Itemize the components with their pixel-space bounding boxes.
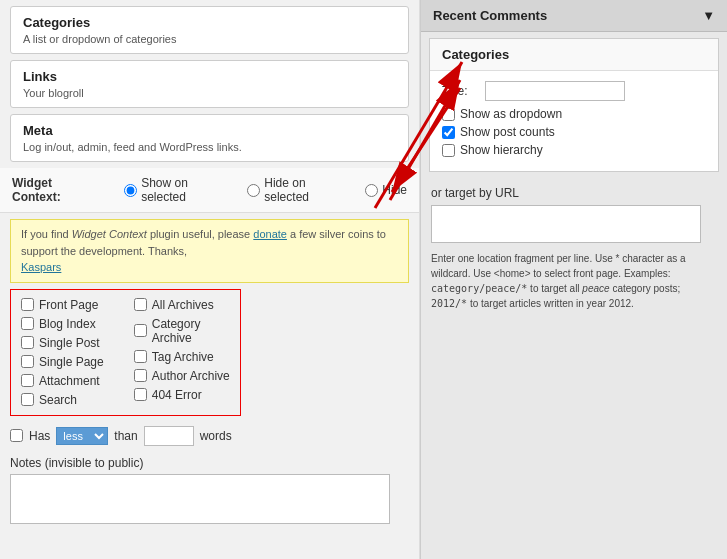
cb-attachment-input[interactable] <box>21 374 34 387</box>
words-label: words <box>200 429 232 443</box>
url-target-section: or target by URL Enter one location frag… <box>421 178 727 319</box>
url-target-textarea[interactable] <box>431 205 701 243</box>
show-hierarchy-checkbox[interactable] <box>442 144 455 157</box>
cb-tag-archive[interactable]: Tag Archive <box>134 350 230 364</box>
checkbox-col-2: All Archives CategoryArchive Tag Archive… <box>134 298 230 407</box>
checkbox-col-1: Front Page Blog Index Single Post Single… <box>21 298 104 407</box>
widget-meta-desc: Log in/out, admin, feed and WordPress li… <box>23 141 396 153</box>
categories-widget-title: Categories <box>442 47 509 62</box>
radio-hide-selected-input[interactable] <box>247 184 260 197</box>
cb-category-archive-label: CategoryArchive <box>152 317 201 345</box>
cb-single-page[interactable]: Single Page <box>21 355 104 369</box>
cb-all-archives[interactable]: All Archives <box>134 298 230 312</box>
left-panel: Categories A list or dropdown of categor… <box>0 0 420 559</box>
show-post-counts-label: Show post counts <box>460 125 555 139</box>
cb-category-archive[interactable]: CategoryArchive <box>134 317 230 345</box>
donate-banner: If you find Widget Context plugin useful… <box>10 219 409 283</box>
cb-404-error-label: 404 Error <box>152 388 202 402</box>
cb-blog-index-label: Blog Index <box>39 317 96 331</box>
has-label: Has <box>29 429 50 443</box>
cb-single-page-label: Single Page <box>39 355 104 369</box>
less-more-select[interactable]: less more <box>56 427 108 445</box>
show-post-counts-checkbox[interactable] <box>442 126 455 139</box>
title-field-label: Title: <box>442 84 477 98</box>
radio-hide-selected-label: Hide on selected <box>264 176 349 204</box>
widget-context-label: Widget Context: <box>12 176 100 204</box>
widget-categories[interactable]: Categories A list or dropdown of categor… <box>10 6 409 54</box>
cb-blog-index-input[interactable] <box>21 317 34 330</box>
notes-label: Notes (invisible to public) <box>10 456 409 470</box>
cb-front-page-input[interactable] <box>21 298 34 311</box>
cb-blog-index[interactable]: Blog Index <box>21 317 104 331</box>
cb-attachment[interactable]: Attachment <box>21 374 104 388</box>
cb-single-post[interactable]: Single Post <box>21 336 104 350</box>
title-field-row: Title: <box>442 81 706 101</box>
right-panel: Recent Comments ▼ Categories Title: Show… <box>420 0 727 559</box>
show-as-dropdown-field[interactable]: Show as dropdown <box>442 107 706 121</box>
widget-meta-title: Meta <box>23 123 396 138</box>
show-hierarchy-field[interactable]: Show hierarchy <box>442 143 706 157</box>
donate-text: If you find Widget Context plugin useful… <box>21 228 386 257</box>
categories-widget-panel: Categories Title: Show as dropdown Show … <box>429 38 719 172</box>
radio-hide-input[interactable] <box>365 184 378 197</box>
categories-widget-header: Categories <box>430 39 718 71</box>
cb-search-label: Search <box>39 393 77 407</box>
cb-tag-archive-label: Tag Archive <box>152 350 214 364</box>
has-words-checkbox[interactable] <box>10 429 23 442</box>
than-label: than <box>114 429 137 443</box>
show-as-dropdown-label: Show as dropdown <box>460 107 562 121</box>
checkboxes-section: Front Page Blog Index Single Post Single… <box>10 289 409 416</box>
cb-all-archives-label: All Archives <box>152 298 214 312</box>
widget-meta[interactable]: Meta Log in/out, admin, feed and WordPre… <box>10 114 409 162</box>
radio-hide-label: Hide <box>382 183 407 197</box>
has-words-row: Has less more than words <box>0 420 419 452</box>
cb-single-page-input[interactable] <box>21 355 34 368</box>
cb-front-page-label: Front Page <box>39 298 98 312</box>
cb-author-archive-label: Author Archive <box>152 369 230 383</box>
recent-comments-header: Recent Comments ▼ <box>421 0 727 32</box>
url-help-text: Enter one location fragment per line. Us… <box>431 251 717 311</box>
cb-author-archive[interactable]: Author Archive <box>134 369 230 383</box>
radio-hide[interactable]: Hide <box>365 183 407 197</box>
cb-attachment-label: Attachment <box>39 374 100 388</box>
widget-categories-title: Categories <box>23 15 396 30</box>
radio-show-selected[interactable]: Show on selected <box>124 176 231 204</box>
cb-404-error[interactable]: 404 Error <box>134 388 230 402</box>
widget-links-title: Links <box>23 69 396 84</box>
cb-author-archive-input[interactable] <box>134 369 147 382</box>
word-count-input[interactable] <box>144 426 194 446</box>
radio-hide-selected[interactable]: Hide on selected <box>247 176 349 204</box>
categories-widget-body: Title: Show as dropdown Show post counts… <box>430 71 718 171</box>
show-post-counts-field[interactable]: Show post counts <box>442 125 706 139</box>
recent-comments-title: Recent Comments <box>433 8 547 23</box>
collapse-icon[interactable]: ▼ <box>702 8 715 23</box>
widget-categories-desc: A list or dropdown of categories <box>23 33 396 45</box>
cb-single-post-input[interactable] <box>21 336 34 349</box>
cb-single-post-label: Single Post <box>39 336 100 350</box>
notes-section: Notes (invisible to public) <box>0 452 419 533</box>
cb-tag-archive-input[interactable] <box>134 350 147 363</box>
cb-404-error-input[interactable] <box>134 388 147 401</box>
cb-search[interactable]: Search <box>21 393 104 407</box>
notes-textarea[interactable] <box>10 474 390 524</box>
show-hierarchy-label: Show hierarchy <box>460 143 543 157</box>
url-target-label: or target by URL <box>431 186 717 200</box>
widget-links-desc: Your blogroll <box>23 87 396 99</box>
widget-links[interactable]: Links Your blogroll <box>10 60 409 108</box>
cb-category-archive-input[interactable] <box>134 324 147 337</box>
cb-front-page[interactable]: Front Page <box>21 298 104 312</box>
widget-context-bar: Widget Context: Show on selected Hide on… <box>0 168 419 213</box>
cb-search-input[interactable] <box>21 393 34 406</box>
cb-all-archives-input[interactable] <box>134 298 147 311</box>
title-field-input[interactable] <box>485 81 625 101</box>
donate-link[interactable]: donate <box>253 228 287 240</box>
radio-show-selected-input[interactable] <box>124 184 137 197</box>
show-as-dropdown-checkbox[interactable] <box>442 108 455 121</box>
author-link[interactable]: Kaspars <box>21 261 61 273</box>
radio-show-selected-label: Show on selected <box>141 176 231 204</box>
checkbox-group: Front Page Blog Index Single Post Single… <box>10 289 241 416</box>
